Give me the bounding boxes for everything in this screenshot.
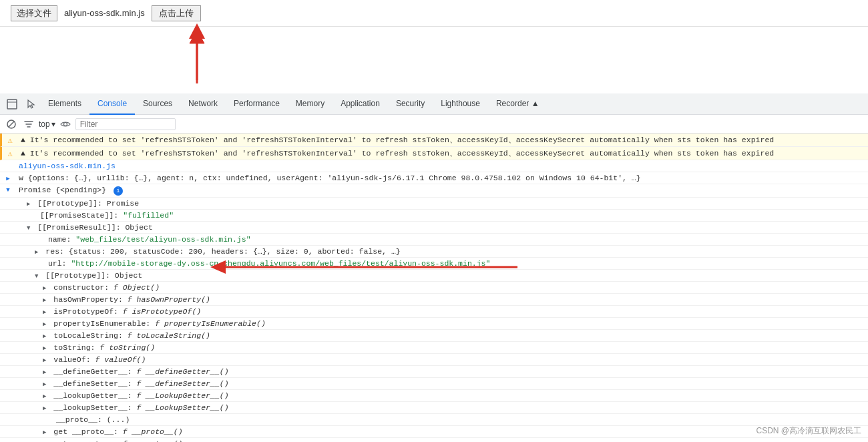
tree-expand-11[interactable]: ▶ — [43, 357, 46, 364]
file-name-display: aliyun-oss-sdk.min.js — [64, 8, 145, 18]
tree-propertyisenumerable: ▶ propertyIsEnumerable: f propertyIsEnum… — [0, 318, 868, 330]
tree-get-proto: ▶ get __proto__: f __proto__() — [0, 426, 868, 438]
tab-sources[interactable]: Sources — [135, 93, 180, 115]
csdn-watermark: CSDN @高冷滴互联网农民工 — [756, 425, 861, 437]
tree-expand-15[interactable]: ▶ — [43, 405, 46, 412]
tree-expand-4[interactable]: ▼ — [35, 273, 38, 280]
console-content: ⚠ ▲ It's recommended to set 'refreshSTST… — [0, 134, 868, 442]
filter-input[interactable] — [75, 118, 176, 130]
chevron-down-icon: ▾ — [51, 120, 55, 129]
tab-memory[interactable]: Memory — [288, 93, 333, 115]
file-input-label[interactable]: 选择文件 — [11, 5, 57, 21]
console-w-line: ▶ w {options: {…}, urllib: {…}, agent: n… — [0, 172, 868, 184]
tree-expand-13[interactable]: ▶ — [43, 381, 46, 388]
tree-promise-state: [[PromiseState]]: "fulfilled" — [0, 210, 868, 222]
tree-proto-ellipsis: __proto__: (...) — [0, 414, 868, 426]
console-warning-2: ⚠ ▲ It's recommended to set 'refreshSTST… — [0, 147, 868, 160]
tree-expand-2[interactable]: ▼ — [27, 225, 30, 232]
warning-text-2: ▲ It's recommended to set 'refreshSTSTok… — [18, 148, 868, 159]
console-promise-text: Promise {<pending>} i — [16, 185, 868, 196]
tree-expand-16[interactable]: ▶ — [43, 429, 46, 436]
tab-application[interactable]: Application — [333, 93, 388, 115]
tree-tolocalestring: ▶ toLocaleString: f toLocaleString() — [0, 330, 868, 342]
tab-console[interactable]: Console — [89, 93, 135, 115]
tree-definegetter: ▶ __defineGetter__: f __defineGetter__() — [0, 366, 868, 378]
file-upload-section: 选择文件 aliyun-oss-sdk.min.js 点击上传 — [0, 0, 868, 27]
warning-icon-2: ⚠ — [2, 148, 18, 159]
tree-constructor: ▶ constructor: f Object() — [0, 282, 868, 294]
tree-lookupgetter: ▶ __lookupGetter__: f __LookupGetter__() — [0, 390, 868, 402]
tree-hasownproperty: ▶ hasOwnProperty: f hasOwnProperty() — [0, 294, 868, 306]
filename-spacer — [0, 161, 16, 162]
tree-expand-3[interactable]: ▶ — [35, 249, 38, 256]
tab-recorder[interactable]: Recorder ▲ — [488, 93, 548, 115]
tree-lookupsetter: ▶ __lookupSetter__: f __LookupSetter__() — [0, 402, 868, 414]
console-toolbar: top ▾ — [0, 115, 868, 134]
tree-expand-1[interactable]: ▶ — [27, 201, 30, 208]
tab-performance[interactable]: Performance — [226, 93, 288, 115]
tree-expand-9[interactable]: ▶ — [43, 333, 46, 340]
tree-expand-12[interactable]: ▶ — [43, 369, 46, 376]
tree-promise-result: ▼ [[PromiseResult]]: Object — [0, 222, 868, 234]
devtools-tab-bar: Elements Console Sources Network Perform… — [0, 93, 868, 115]
svg-line-5 — [9, 122, 14, 127]
devtools-cursor-icon[interactable] — [21, 95, 40, 114]
tab-security[interactable]: Security — [388, 93, 433, 115]
tree-tostring: ▶ toString: f toString() — [0, 342, 868, 354]
clear-console-icon[interactable] — [4, 117, 19, 132]
console-filename-line: aliyun-oss-sdk.min.js — [0, 160, 868, 172]
level-dropdown[interactable]: top ▾ — [39, 120, 55, 129]
w-line-arrow[interactable]: ▶ — [0, 173, 16, 182]
tab-elements[interactable]: Elements — [40, 93, 89, 115]
tree-expand-5[interactable]: ▶ — [43, 285, 46, 292]
warning-icon-1: ⚠ — [2, 134, 18, 146]
svg-marker-1 — [190, 30, 204, 43]
tab-network[interactable]: Network — [180, 93, 226, 115]
tree-expand-6[interactable]: ▶ — [43, 297, 46, 304]
tree-definesetter: ▶ __defineSetter__: f __defineSetter__() — [0, 378, 868, 390]
filter-icon[interactable] — [21, 117, 36, 132]
tab-lighthouse[interactable]: Lighthouse — [433, 93, 488, 115]
svg-rect-2 — [7, 99, 17, 109]
tree-expand-8[interactable]: ▶ — [43, 321, 46, 328]
tree-valueof: ▶ valueOf: f valueOf() — [0, 354, 868, 366]
tree-prototype-promise: ▶ [[Prototype]]: Promise — [0, 198, 868, 210]
console-filename: aliyun-oss-sdk.min.js — [16, 161, 868, 171]
tree-expand-7[interactable]: ▶ — [43, 309, 46, 316]
console-warning-1: ⚠ ▲ It's recommended to set 'refreshSTST… — [0, 134, 868, 147]
devtools-inspect-icon[interactable] — [3, 95, 21, 114]
arrow-area — [0, 27, 868, 93]
tree-isprototypeof: ▶ isPrototypeOf: f isPrototypeOf() — [0, 306, 868, 318]
tree-set-proto: ▶ set __proto__: f __proto__() — [0, 438, 868, 442]
tree-res: ▶ res: {status: 200, statusCode: 200, he… — [0, 246, 868, 258]
tree-prototype-object: ▼ [[Prototype]]: Object — [0, 270, 868, 282]
promise-line-arrow[interactable]: ▼ — [0, 185, 16, 194]
svg-point-6 — [63, 122, 67, 126]
warning-text-1: ▲ It's recommended to set 'refreshSTSTok… — [18, 134, 868, 146]
tree-name: name: "web_files/test/aliyun-oss-sdk.min… — [0, 234, 868, 246]
console-w-text: w {options: {…}, urllib: {…}, agent: n, … — [16, 173, 868, 183]
promise-info-badge[interactable]: i — [114, 186, 123, 196]
tree-expand-14[interactable]: ▶ — [43, 393, 46, 400]
tree-expand-10[interactable]: ▶ — [43, 345, 46, 352]
upload-button[interactable]: 点击上传 — [152, 5, 201, 21]
tree-url: url: "http://mobile-storage-dy.oss-cn-ch… — [0, 258, 868, 270]
eye-icon[interactable] — [58, 117, 73, 132]
console-promise-line: ▼ Promise {<pending>} i — [0, 184, 868, 198]
